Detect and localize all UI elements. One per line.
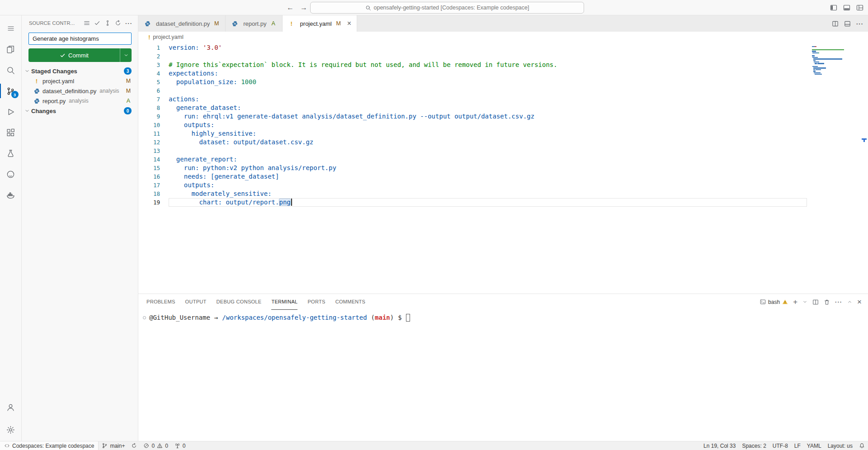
commit-check-icon[interactable] (94, 20, 100, 26)
code-line-11[interactable]: highly_sensitive: (169, 129, 807, 138)
status-problems[interactable]: 0 0 (140, 441, 171, 450)
status-yaml[interactable]: YAML (804, 441, 825, 450)
git-status-badge: M (213, 20, 220, 27)
code-line-15[interactable]: run: python:v2 python analysis/report.py (169, 164, 807, 172)
status-spaces-2[interactable]: Spaces: 2 (739, 441, 769, 450)
code-line-6[interactable] (169, 86, 807, 95)
minimap[interactable] (812, 46, 856, 75)
search-icon[interactable] (0, 60, 22, 81)
extensions-icon[interactable] (0, 122, 22, 143)
accounts-icon[interactable] (0, 397, 22, 417)
status-ports[interactable]: 0 (171, 441, 189, 450)
status-bar: Codespaces: Example codespace main+ 0 0 … (0, 441, 868, 450)
panel-tab-ports[interactable]: PORTS (307, 294, 325, 310)
more-actions-icon[interactable]: ··· (856, 20, 863, 27)
close-panel-icon[interactable]: × (857, 298, 862, 306)
code-line-14[interactable]: generate_report: (169, 155, 807, 164)
editor-layout-icon[interactable] (844, 20, 851, 27)
code-line-1[interactable]: version: '3.0' (169, 43, 807, 52)
docker-icon[interactable] (0, 185, 22, 205)
line-number: 1 (138, 43, 169, 52)
code-line-17[interactable]: outputs: (169, 181, 807, 189)
explorer-icon[interactable] (0, 39, 22, 60)
terminal-content[interactable]: @GitHub_Username → /workspaces/opensafel… (138, 310, 868, 441)
launch-profile-chevron-icon[interactable] (802, 299, 807, 304)
staged-changes-header[interactable]: Staged Changes 3 (22, 66, 138, 76)
close-tab-icon[interactable]: × (347, 20, 351, 27)
status-ln-19-col-33[interactable]: Ln 19, Col 33 (700, 441, 739, 450)
scm-file-dataset_definition.py[interactable]: dataset_definition.pyanalysisM (22, 86, 138, 96)
split-terminal-icon[interactable] (812, 299, 819, 305)
graph-icon[interactable] (104, 20, 111, 26)
code-line-9[interactable]: run: ehrql:v1 generate-dataset analysis/… (169, 112, 807, 121)
terminal-icon (760, 299, 766, 305)
kill-terminal-icon[interactable] (824, 299, 830, 305)
code-line-13[interactable] (169, 147, 807, 155)
shell-selector[interactable]: bash (760, 299, 788, 305)
python-file-icon (231, 21, 238, 27)
panel-tab-problems[interactable]: PROBLEMS (146, 294, 175, 310)
status-remote-indicator[interactable]: Codespaces: Example codespace (0, 441, 99, 450)
customize-layout-icon[interactable] (856, 4, 863, 11)
status-utf-8[interactable]: UTF-8 (769, 441, 791, 450)
more-actions-icon[interactable]: ··· (125, 20, 132, 27)
changes-header[interactable]: Changes 0 (22, 106, 138, 116)
tab-dataset_definition.py[interactable]: dataset_definition.pyM (138, 15, 226, 32)
scm-file-project.yaml[interactable]: !project.yamlM (22, 76, 138, 86)
code-line-10[interactable]: outputs: (169, 121, 807, 129)
code-line-5[interactable]: population_size: 1000 (169, 78, 807, 86)
line-number: 8 (138, 104, 169, 112)
code-line-3[interactable]: # Ignore this`expectation` block. It is … (169, 61, 807, 69)
refresh-icon[interactable] (115, 20, 121, 26)
forward-button[interactable]: → (300, 4, 307, 12)
commit-button[interactable]: Commit (28, 48, 132, 62)
panel-more-icon[interactable]: ··· (835, 298, 842, 305)
overview-ruler[interactable] (862, 43, 867, 294)
breadcrumb[interactable]: ! project.yaml (138, 32, 868, 43)
commit-message-input[interactable] (28, 33, 132, 45)
code-line-8[interactable]: generate_dataset: (169, 104, 807, 112)
search-icon (365, 5, 371, 11)
back-button[interactable]: ← (287, 4, 294, 12)
status-notifications[interactable] (856, 441, 868, 450)
tab-project.yaml[interactable]: !project.yamlM× (283, 15, 357, 32)
view-as-list-icon[interactable] (84, 20, 90, 26)
panel-tab-terminal[interactable]: TERMINAL (271, 294, 297, 310)
command-decoration-icon[interactable] (143, 316, 146, 319)
toggle-panel-icon[interactable] (843, 4, 850, 11)
editor: 12345678910111213141516171819 version: '… (138, 43, 868, 294)
line-number: 9 (138, 112, 169, 121)
code-line-16[interactable]: needs: [generate_dataset] (169, 172, 807, 181)
code-line-7[interactable]: actions: (169, 95, 807, 104)
testing-beaker-icon[interactable] (0, 143, 22, 164)
status-lf[interactable]: LF (791, 441, 804, 450)
split-editor-icon[interactable] (832, 20, 839, 27)
source-control-icon[interactable]: 3 (0, 81, 22, 101)
command-center-search[interactable]: opensafely-getting-started [Codespaces: … (310, 2, 584, 14)
toggle-sidebar-icon[interactable] (830, 4, 837, 11)
python-file-icon (144, 21, 151, 27)
commit-dropdown[interactable] (120, 48, 132, 62)
maximize-panel-icon[interactable] (847, 299, 852, 304)
tab-report.py[interactable]: report.pyA (226, 15, 282, 32)
code-line-2[interactable] (169, 52, 807, 61)
line-number: 13 (138, 147, 169, 155)
code-line-18[interactable]: moderately_sensitive: (169, 189, 807, 198)
terminal-path: /workspaces/opensafely-getting-started (222, 314, 367, 321)
code-line-4[interactable]: expectations: (169, 69, 807, 78)
panel-tab-debug-console[interactable]: DEBUG CONSOLE (217, 294, 262, 310)
warning-icon (782, 299, 788, 305)
code-line-19[interactable]: chart: output/report.png (169, 198, 807, 207)
status-branch[interactable]: main+ (99, 441, 128, 450)
menu-icon[interactable] (0, 18, 22, 39)
new-terminal-icon[interactable]: + (793, 298, 797, 306)
code-line-12[interactable]: dataset: output/dataset.csv.gz (169, 138, 807, 147)
status-layout-us[interactable]: Layout: us (825, 441, 856, 450)
scm-file-report.py[interactable]: report.pyanalysisA (22, 96, 138, 106)
panel-tab-comments[interactable]: COMMENTS (335, 294, 366, 310)
panel-tab-output[interactable]: OUTPUT (185, 294, 207, 310)
status-sync[interactable] (128, 441, 140, 450)
settings-gear-icon[interactable] (0, 419, 22, 440)
github-icon[interactable] (0, 164, 22, 185)
run-debug-icon[interactable] (0, 101, 22, 122)
